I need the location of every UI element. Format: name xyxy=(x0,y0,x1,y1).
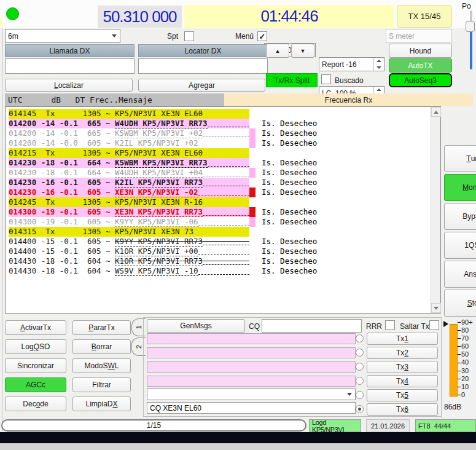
decode-row[interactable]: 014230 -18 -0.1 664 ~ W4UDH KP5/NP3VI +0… xyxy=(6,168,430,178)
parar-tx-button[interactable]: Parar Tx xyxy=(72,320,131,335)
agregar-button[interactable]: Agregar xyxy=(138,79,265,92)
borrar-button[interactable]: Borrar xyxy=(72,339,131,354)
tx4-radio[interactable] xyxy=(356,377,364,385)
autotx-button[interactable]: AutoTX xyxy=(389,58,452,73)
tx1-message-field[interactable] xyxy=(147,333,356,344)
monitor-button[interactable]: Monitor xyxy=(444,174,476,201)
tx6-message-wrap xyxy=(147,402,356,414)
tx2-radio[interactable] xyxy=(356,349,364,357)
decode-row[interactable]: 014230 -16 -0.1 605 ~ XE3N KP5/NP3VI -02… xyxy=(6,188,430,197)
rx-frequency-header: Frecuencia Rx xyxy=(224,93,473,106)
tx3-button[interactable]: Tx 3 xyxy=(367,361,438,373)
genmsgs-button[interactable]: GenMsgs xyxy=(147,319,245,333)
tx5-message-combo[interactable] xyxy=(147,389,356,400)
tx5-button[interactable]: Tx 5 xyxy=(367,389,438,401)
autoseq-button[interactable]: AutoSeq3 xyxy=(389,73,452,87)
meter-tick-label: 20 xyxy=(458,375,473,383)
tx2-message-field[interactable] xyxy=(147,347,356,358)
decode-row[interactable]: 014230 -16 -0.1 605 ~ K2IL KP5/NP3VI RR7… xyxy=(6,178,430,188)
date-badge: 21.01.2026 xyxy=(366,419,410,432)
decode-row[interactable]: 014245 Tx 1305 ~ KP5/NP3VI XE3N R-16 xyxy=(6,197,430,207)
tx6-message-input[interactable] xyxy=(147,402,356,414)
tx3-message-field[interactable] xyxy=(147,361,356,373)
cq-input[interactable] xyxy=(262,319,362,333)
tx4-button[interactable]: Tx 4 xyxy=(367,375,438,387)
localizar-button[interactable]: Localizar xyxy=(5,79,133,92)
dx-call-input-wrap xyxy=(5,58,135,74)
decode-button[interactable]: Decode xyxy=(5,397,66,411)
dx-locator-input[interactable] xyxy=(138,58,268,74)
meter-tick-label: 40 xyxy=(458,358,473,366)
txrx-split-button[interactable]: Tx/Rx Split xyxy=(266,73,318,87)
bypass-button[interactable]: Bypass xyxy=(444,203,476,230)
one-qso-button[interactable]: 1 QSO xyxy=(444,232,476,259)
activar-tx-button[interactable]: Activar Tx xyxy=(5,320,66,335)
limpia-dx-button[interactable]: Limpia DX xyxy=(72,397,131,411)
logged-badge: Logd KP5/NP3VI xyxy=(309,419,361,432)
spin-up-icon[interactable] xyxy=(374,58,384,65)
chevron-down-icon[interactable] xyxy=(344,389,355,400)
tx4-message-field[interactable] xyxy=(147,376,356,387)
rig-status-indicator xyxy=(6,7,19,20)
agcc-button[interactable]: AGCc xyxy=(5,377,66,392)
decode-row[interactable]: 014300 -19 -0.1 605 ~ K9YY KP5/NP3VI -06… xyxy=(6,217,430,227)
sincronizar-button[interactable]: Sincronizar xyxy=(5,358,66,373)
mode-badge: FT8 44/44 xyxy=(415,419,476,432)
hound-button[interactable]: Hound xyxy=(389,44,452,58)
tune-button[interactable]: Tune xyxy=(444,145,476,172)
dx-call-input[interactable] xyxy=(5,58,135,74)
tx1-button[interactable]: Tx 1 xyxy=(367,333,438,345)
dx-locator-header: Locator DX xyxy=(138,44,268,57)
decode-row[interactable]: 014200 -14 -0.0 605 ~ K2IL KP5/NP3VI +02… xyxy=(6,138,430,148)
menu-checkbox[interactable]: ✓ xyxy=(257,31,267,41)
chevron-down-icon[interactable] xyxy=(109,30,120,42)
decode-rows: 014145 Tx 1305 ~ KP5/NP3VI XE3N EL600142… xyxy=(6,109,430,313)
scroll-up-icon[interactable] xyxy=(431,107,441,117)
tx1-radio[interactable] xyxy=(356,334,364,342)
s-meter-field: S meter xyxy=(386,29,452,43)
tx3-radio[interactable] xyxy=(356,363,364,371)
spin-up-icon[interactable] xyxy=(374,87,384,93)
tx6-radio[interactable] xyxy=(356,405,364,413)
taskbar[interactable] xyxy=(0,432,476,443)
power-slider-handle[interactable] xyxy=(466,21,475,32)
meter-tick-label: 70 xyxy=(458,334,473,342)
decode-row[interactable]: 014430 -18 -0.1 604 ~ WS9V KP5/NP3VI -10… xyxy=(6,266,430,276)
decode-table[interactable]: 014145 Tx 1305 ~ KP5/NP3VI XE3N EL600142… xyxy=(5,106,441,314)
tx-progress-button[interactable]: TX 15/45 xyxy=(397,5,452,28)
dx-locator-input-wrap xyxy=(138,58,268,74)
cq-label: CQ xyxy=(249,322,260,331)
decode-row[interactable]: 014300 -19 -0.1 605 ~ XE3N KP5/NP3VI RR7… xyxy=(6,207,430,217)
tx6-button[interactable]: Tx 6 xyxy=(367,403,438,416)
decode-row[interactable]: 014145 Tx 1305 ~ KP5/NP3VI XE3N EL60 xyxy=(6,109,430,119)
decode-row[interactable]: 014400 -15 -0.1 605 ~ K9YY KP5/NP3VI RR7… xyxy=(6,237,430,247)
scrollbar[interactable] xyxy=(431,107,440,313)
modo-swl-button[interactable]: Modo SWL xyxy=(72,358,131,373)
spt-checkbox[interactable] xyxy=(184,31,194,41)
decode-row[interactable]: 014215 Tx 1305 ~ KP5/NP3VI XE3N EL60 xyxy=(6,148,430,158)
band-select[interactable]: 6m xyxy=(5,29,120,43)
stop-button[interactable]: Stop xyxy=(444,290,476,317)
ansb4-button[interactable]: AnsB4 xyxy=(444,261,476,288)
meter-tick-label: 50 xyxy=(458,350,473,358)
scroll-down-icon[interactable] xyxy=(431,303,441,313)
saltar-tx1-checkbox[interactable] xyxy=(429,320,439,330)
freq-up-button[interactable]: ▲ xyxy=(266,44,289,58)
tx5-radio[interactable] xyxy=(356,391,364,399)
decode-row[interactable]: 014200 -14 -0.1 665 ~ W4UDH KP5/NP3VI RR… xyxy=(6,119,430,128)
buscado-checkbox[interactable] xyxy=(321,74,331,84)
decode-row[interactable]: 014430 -18 -0.1 604 ~ K1OR KP5/NP3VI RR7… xyxy=(6,256,430,266)
generated-message-fields xyxy=(147,333,356,402)
decode-row[interactable]: 014200 -14 -0.1 665 ~ K5WBM KP5/NP3VI +0… xyxy=(6,128,430,138)
decode-row[interactable]: 014230 -18 -0.1 664 ~ K5WBM KP5/NP3VI RR… xyxy=(6,158,430,168)
tx2-button[interactable]: Tx 2 xyxy=(367,347,438,359)
decode-row[interactable]: 014400 -15 -0.1 605 ~ K1OR KP5/NP3VI +00… xyxy=(6,247,430,256)
filtrar-button[interactable]: Filtrar xyxy=(72,377,131,392)
report-spinner[interactable]: Report -16 xyxy=(319,57,384,71)
rrr-checkbox[interactable] xyxy=(385,320,395,330)
freq-down-button[interactable]: ▼ xyxy=(291,44,314,58)
spin-down-icon[interactable] xyxy=(374,65,384,71)
log-qso-button[interactable]: Log QSO xyxy=(5,339,66,354)
decode-row[interactable]: 014315 Tx 1305 ~ KP5/NP3VI XE3N 73 xyxy=(6,227,430,237)
rrr-label: RRR xyxy=(366,322,382,331)
